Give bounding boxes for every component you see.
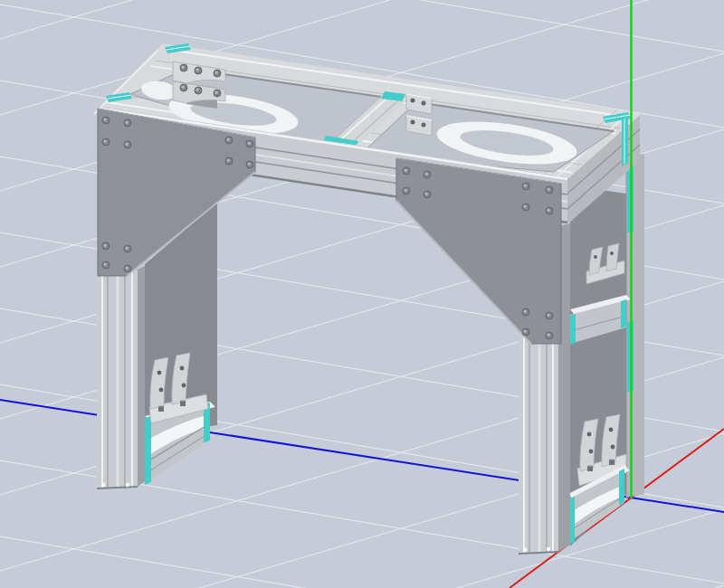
cad-viewport[interactable] — [0, 0, 724, 588]
right-leg-back-post[interactable] — [626, 154, 644, 498]
left-leg-front-post[interactable] — [97, 266, 145, 489]
